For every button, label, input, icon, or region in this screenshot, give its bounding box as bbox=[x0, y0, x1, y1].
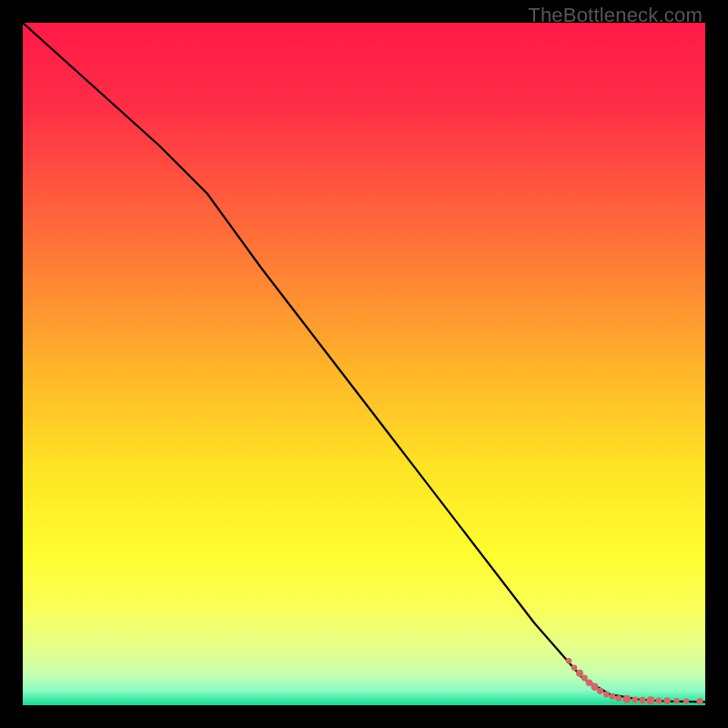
scatter-point bbox=[632, 697, 638, 703]
scatter-point bbox=[683, 698, 689, 703]
scatter-point bbox=[656, 698, 662, 704]
scatter-point bbox=[696, 698, 703, 704]
scatter-point bbox=[597, 688, 603, 694]
scatter-point bbox=[646, 696, 654, 704]
scatter-point bbox=[566, 658, 571, 663]
scatter-point bbox=[622, 695, 631, 703]
scatter-point bbox=[673, 698, 679, 703]
chart-frame bbox=[23, 23, 705, 705]
scatter-point bbox=[571, 665, 577, 671]
scatter-point bbox=[639, 697, 645, 703]
scatter-point bbox=[610, 693, 616, 700]
scatter-point bbox=[581, 675, 588, 682]
chart-svg bbox=[23, 23, 705, 705]
scatter-point bbox=[603, 692, 610, 698]
scatter-point bbox=[663, 697, 671, 704]
scatter-point bbox=[615, 695, 622, 702]
gradient-background bbox=[23, 23, 705, 705]
